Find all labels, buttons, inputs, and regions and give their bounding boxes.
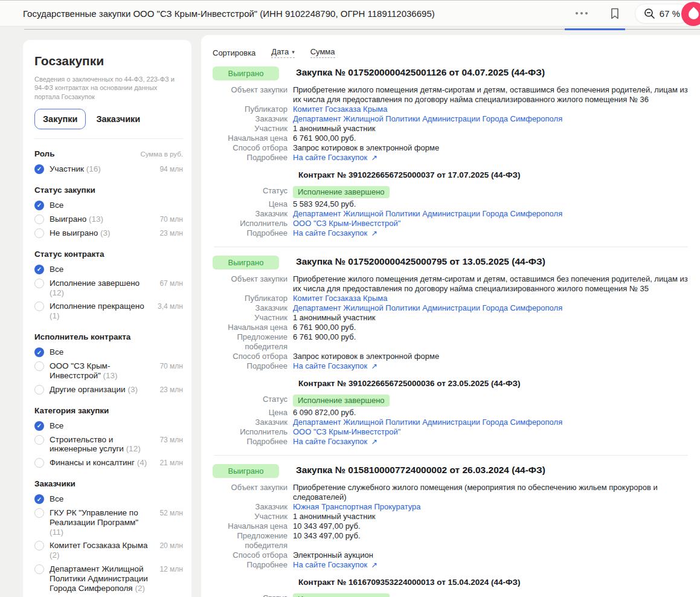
- external-link-icon: ↗: [371, 437, 377, 446]
- filter-group-title: Роль: [34, 149, 54, 158]
- checkbox-checked-icon: [34, 201, 44, 210]
- filter-option-label: Не выиграно (3): [50, 228, 154, 238]
- field-value: Исполнение завершено: [293, 395, 690, 407]
- filter-option[interactable]: ООО "СЗ Крым-Инвестстрой" (13)70 млн: [34, 361, 183, 381]
- field-label: Заказчик: [213, 502, 293, 512]
- filter-option[interactable]: Исполнение прекращено (1)3,4 млн: [34, 302, 183, 321]
- field-label: Заказчик: [213, 209, 293, 219]
- field-link[interactable]: Южная Транспортная Прокуратура: [293, 502, 421, 511]
- field-link[interactable]: Комитет Госзаказа Крыма: [293, 105, 387, 114]
- field-value: Южная Транспортная Прокуратура: [293, 502, 690, 512]
- results-panel: Сортировка Дата ▾ Сумма ВыиграноЗакупка …: [201, 35, 700, 597]
- field-label: Участник: [213, 512, 293, 521]
- filter-group-title: Заказчики: [34, 479, 75, 488]
- contract-title: Контракт № 1616709353224000013 от 15.04.…: [298, 577, 690, 587]
- external-site-link[interactable]: На сайте Госзакупок: [293, 228, 367, 237]
- field-value: На сайте Госзакупок↗: [293, 560, 690, 570]
- field-value: 6 761 900,00 руб.: [293, 332, 690, 352]
- filter-option[interactable]: Все: [34, 265, 183, 274]
- field-row: Участник1 анонимный участник: [213, 124, 690, 134]
- checkbox-unchecked-icon: [34, 541, 44, 550]
- field-value: Департамент Жилищной Политики Администра…: [293, 114, 690, 124]
- assistant-icon[interactable]: [681, 2, 700, 26]
- field-link[interactable]: Департамент Жилищной Политики Администра…: [293, 209, 562, 218]
- field-label: Публикатор: [213, 105, 293, 114]
- field-value: На сайте Госзакупок↗: [293, 153, 690, 163]
- filter-option[interactable]: Строительство и инженерные услуги (12)73…: [34, 435, 183, 454]
- filter-option[interactable]: Все: [34, 347, 183, 357]
- filter-group: РольСумма в руб.Участник (16)94 млн: [34, 149, 183, 174]
- filter-option[interactable]: Выиграно (13)70 млн: [34, 215, 183, 224]
- filter-option[interactable]: Другие организации (3)23 млн: [34, 385, 183, 395]
- filter-option[interactable]: Исполнение завершено (12)67 млн: [34, 279, 183, 298]
- field-row: ПубликаторКомитет Госзаказа Крыма: [213, 105, 690, 114]
- filter-group-title: Категория закупки: [34, 406, 109, 415]
- field-value: Электронный аукцион: [293, 550, 690, 560]
- sort-by-date[interactable]: Дата ▾: [271, 47, 294, 58]
- filter-option[interactable]: Не выиграно (3)23 млн: [34, 228, 183, 238]
- browser-menu-icon[interactable]: [573, 8, 590, 18]
- filter-option-label: Департамент Жилищной Политики Администра…: [50, 564, 154, 593]
- sidebar-tabs: Закупки Заказчики: [34, 109, 183, 139]
- field-row: Участник1 анонимный участник: [213, 313, 690, 323]
- field-value: 6 761 900,00 руб.: [293, 134, 690, 143]
- field-label: Исполнитель: [213, 219, 293, 228]
- field-label: Объект закупки: [213, 85, 293, 105]
- checkbox-unchecked-icon: [34, 228, 44, 238]
- field-value: На сайте Госзакупок↗: [293, 361, 690, 371]
- field-link[interactable]: Комитет Госзаказа Крыма: [293, 294, 387, 303]
- filter-option-amount: 23 млн: [159, 229, 183, 237]
- field-link[interactable]: ООО "СЗ Крым-Инвестстрой": [293, 427, 400, 436]
- field-row: Предложение победителя6 761 900,00 руб.: [213, 332, 690, 352]
- sidebar-subtitle: Сведения о заключенных по 44-ФЗ, 223-ФЗ …: [34, 75, 183, 101]
- tab-purchases[interactable]: Закупки: [34, 109, 86, 129]
- field-label: Начальная цена: [213, 134, 293, 143]
- field-link[interactable]: Департамент Жилищной Политики Администра…: [293, 418, 562, 427]
- field-row: ПодробнееНа сайте Госзакупок↗: [213, 437, 690, 447]
- zoom-level: 67 %: [660, 8, 680, 19]
- field-value: Приобретение жилого помещения детям-сиро…: [293, 85, 690, 105]
- tab-customers[interactable]: Заказчики: [96, 109, 140, 129]
- field-row: Способ отбораЭлектронный аукцион: [213, 550, 690, 560]
- filter-option-amount: 3,4 млн: [158, 302, 183, 311]
- card-divider: [214, 247, 688, 247]
- external-site-link[interactable]: На сайте Госзакупок: [293, 361, 367, 370]
- filter-option-amount: 67 млн: [159, 279, 183, 288]
- scrollbar-thumb[interactable]: [565, 28, 625, 30]
- filter-group: Исполнитель контрактаВсеООО "СЗ Крым-Инв…: [34, 332, 183, 395]
- filter-option[interactable]: Все: [34, 201, 183, 210]
- external-site-link[interactable]: На сайте Госзакупок: [293, 560, 367, 569]
- filter-option-count: (13): [103, 371, 118, 380]
- filter-option[interactable]: Все: [34, 421, 183, 431]
- field-link[interactable]: ООО "СЗ Крым-Инвестстрой": [293, 219, 400, 228]
- field-row: ЗаказчикЮжная Транспортная Прокуратура: [213, 502, 690, 512]
- external-site-link[interactable]: На сайте Госзакупок: [293, 437, 367, 446]
- sort-row: Сортировка Дата ▾ Сумма: [213, 47, 690, 58]
- field-value: Исполнение завершено: [293, 186, 690, 198]
- field-value: ООО "СЗ Крым-Инвестстрой": [293, 219, 690, 228]
- field-link[interactable]: Департамент Жилищной Политики Администра…: [293, 303, 562, 312]
- filter-option-amount: 23 млн: [159, 386, 183, 394]
- purchase-head: ВыиграноЗакупка № 0158100007724000002 от…: [213, 464, 690, 478]
- filter-option[interactable]: Департамент Жилищной Политики Администра…: [34, 564, 183, 593]
- filter-option[interactable]: Финансы и консалтинг (4)21 млн: [34, 458, 183, 468]
- external-site-link[interactable]: На сайте Госзакупок: [293, 153, 367, 162]
- field-row: ПодробнееНа сайте Госзакупок↗: [213, 361, 690, 371]
- field-link[interactable]: Департамент Жилищной Политики Администра…: [293, 114, 562, 123]
- filter-group-head: Заказчики: [34, 479, 183, 488]
- filter-option[interactable]: Комитет Госзаказа Крыма (2)20 млн: [34, 541, 183, 560]
- field-label: Заказчик: [213, 418, 293, 427]
- status-badge-cell: Выиграно: [213, 256, 290, 269]
- filter-option-label: ГКУ РК "Управление по Реализации Програм…: [50, 508, 154, 537]
- sort-by-sum[interactable]: Сумма: [310, 47, 335, 58]
- field-value: 6 090 872,00 руб.: [293, 408, 690, 418]
- filter-option[interactable]: Все: [34, 494, 183, 504]
- filter-option[interactable]: ГКУ РК "Управление по Реализации Програм…: [34, 508, 183, 537]
- bookmark-icon[interactable]: [609, 8, 620, 19]
- field-label: Объект закупки: [213, 483, 293, 502]
- filter-option[interactable]: Участник (16)94 млн: [34, 164, 183, 174]
- field-row: СтатусИсполнение завершено: [213, 395, 690, 407]
- filter-option-amount: 12 млн: [159, 565, 183, 573]
- filter-option-label: Исполнение прекращено (1): [50, 302, 152, 321]
- filter-option-amount: 73 млн: [159, 436, 183, 444]
